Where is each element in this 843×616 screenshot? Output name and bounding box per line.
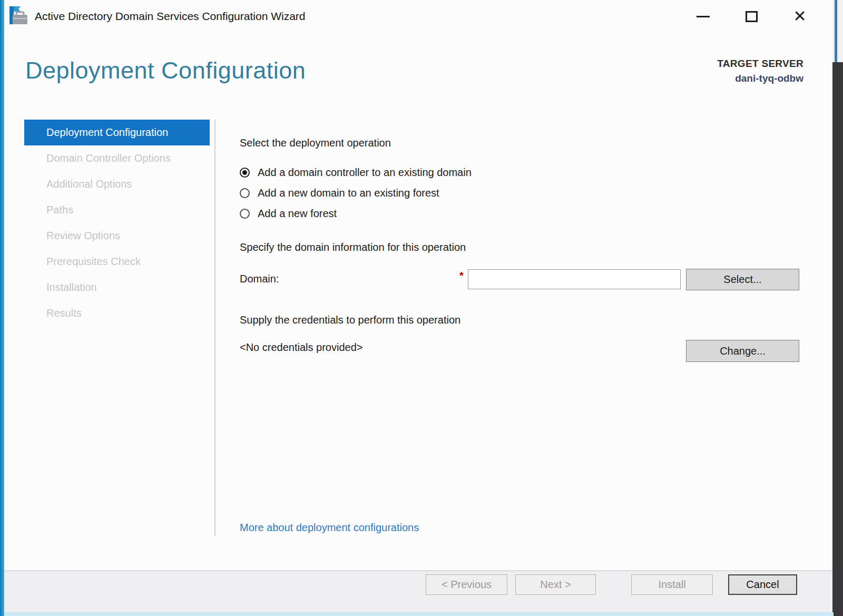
domain-section-label: Specify the domain information for this … [240, 241, 466, 253]
close-icon: ✕ [793, 8, 806, 24]
sidebar-item-label: Additional Options [46, 178, 132, 190]
minimize-button[interactable] [692, 6, 713, 27]
domain-input[interactable] [468, 269, 681, 289]
sidebar-divider [214, 120, 215, 536]
cancel-button[interactable]: Cancel [728, 574, 797, 595]
window-right-edge-top [832, 0, 843, 62]
credentials-section-label: Supply the credentials to perform this o… [240, 314, 460, 326]
page-title: Deployment Configuration [25, 57, 306, 84]
titlebar: Active Directory Domain Services Configu… [0, 0, 834, 33]
window-right-border [835, 0, 837, 62]
sidebar-item-paths: Paths [24, 197, 210, 223]
install-button[interactable]: Install [631, 574, 713, 595]
sidebar-item-label: Domain Controller Options [46, 152, 171, 164]
sidebar-item-installation: Installation [24, 275, 210, 300]
domain-field-label: Domain: [240, 273, 279, 285]
sidebar-item-label: Results [46, 307, 82, 319]
wizard-steps-sidebar: Deployment Configuration Domain Controll… [24, 120, 210, 326]
deployment-operation-radio-group: Add a domain controller to an existing d… [240, 162, 472, 224]
radio-label: Add a new forest [258, 208, 337, 220]
sidebar-item-label: Paths [46, 204, 73, 216]
target-server-name: dani-tyq-odbw [717, 73, 803, 84]
previous-button[interactable]: < Previous [426, 574, 507, 595]
minimize-icon [697, 16, 710, 17]
window-controls: ✕ [692, 0, 810, 33]
wizard-window: Active Directory Domain Services Configu… [0, 0, 834, 616]
sidebar-item-label: Installation [46, 281, 97, 294]
radio-add-new-domain-to-existing-forest[interactable]: Add a new domain to an existing forest [240, 183, 472, 203]
next-button[interactable]: Next > [515, 574, 596, 595]
sidebar-item-review-options: Review Options [24, 223, 210, 249]
radio-button-icon [240, 209, 250, 219]
window-left-edge [0, 0, 4, 616]
operation-section-label: Select the deployment operation [240, 137, 391, 149]
radio-button-icon [240, 168, 250, 178]
change-credentials-button[interactable]: Change... [686, 340, 799, 362]
required-marker: * [459, 270, 464, 282]
maximize-button[interactable] [741, 6, 762, 27]
target-server-label: TARGET SERVER [717, 58, 803, 70]
sidebar-item-label: Prerequisites Check [46, 256, 141, 268]
sidebar-item-domain-controller-options: Domain Controller Options [24, 145, 210, 171]
sidebar-item-results: Results [24, 300, 210, 326]
footer-bar: < Previous Next > Install Cancel [0, 570, 834, 612]
select-domain-button[interactable]: Select... [686, 269, 799, 290]
sidebar-item-deployment-configuration[interactable]: Deployment Configuration [24, 120, 210, 145]
credentials-value: <No credentials provided> [240, 341, 362, 354]
sidebar-item-prerequisites-check: Prerequisites Check [24, 249, 210, 275]
radio-label: Add a domain controller to an existing d… [258, 167, 472, 179]
maximize-icon [746, 11, 758, 22]
close-button[interactable]: ✕ [789, 6, 810, 27]
radio-button-icon [240, 188, 250, 198]
sidebar-item-label: Deployment Configuration [46, 126, 168, 139]
sidebar-item-additional-options: Additional Options [24, 171, 210, 197]
radio-label: Add a new domain to an existing forest [258, 187, 439, 199]
sidebar-item-label: Review Options [46, 230, 120, 242]
more-about-deployment-configurations-link[interactable]: More about deployment configurations [240, 522, 419, 534]
desktop-background-strip [832, 62, 843, 616]
radio-add-domain-controller-to-existing-domain[interactable]: Add a domain controller to an existing d… [240, 162, 472, 183]
window-title: Active Directory Domain Services Configu… [35, 0, 306, 33]
target-server-block: TARGET SERVER dani-tyq-odbw [717, 58, 803, 84]
radio-add-new-forest[interactable]: Add a new forest [240, 203, 472, 224]
window-bottom-edge [0, 612, 834, 616]
wizard-toolbox-icon [8, 5, 28, 26]
